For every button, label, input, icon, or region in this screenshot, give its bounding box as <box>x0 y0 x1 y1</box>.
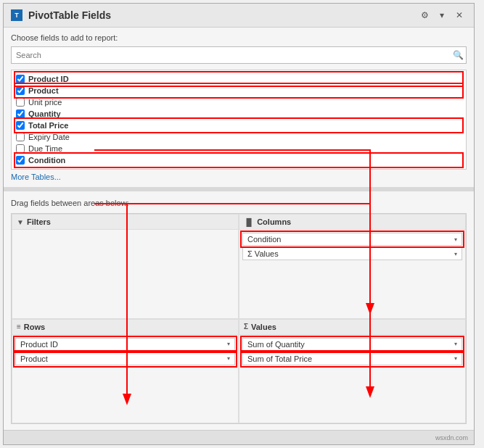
rows-item-0[interactable]: Product ID▾ <box>15 338 235 351</box>
field-checkbox-condition[interactable] <box>16 156 25 165</box>
field-label-condition: Condition <box>28 156 65 165</box>
values-item-label-0: Sum of Quantity <box>247 340 305 349</box>
rows-item-1[interactable]: Product▾ <box>15 352 235 365</box>
field-item-product[interactable]: Product <box>16 85 462 96</box>
filters-label: Filters <box>27 217 51 226</box>
field-item-unit_price[interactable]: Unit price <box>16 96 462 108</box>
values-label: Values <box>251 323 276 331</box>
field-item-quantity[interactable]: Quantity <box>16 108 462 120</box>
values-item-dropdown-1: ▾ <box>454 355 457 362</box>
title-bar: T PivotTable Fields ⚙ ▾ ✕ <box>4 4 474 28</box>
search-bar: 🔍 <box>11 46 467 64</box>
values-item-dropdown-0: ▾ <box>454 341 457 347</box>
rows-icon: ≡ <box>17 323 21 331</box>
columns-item-dropdown-0: ▾ <box>454 236 457 243</box>
columns-item-dropdown-1: ▾ <box>454 251 457 257</box>
field-item-product_id[interactable]: Product ID <box>16 73 462 85</box>
field-checkbox-expiry_date[interactable] <box>16 133 25 141</box>
field-checkbox-quantity[interactable] <box>16 109 25 118</box>
rows-item-label-1: Product <box>20 354 48 363</box>
areas-grid: ▼ Filters ▐▌ Columns Condition▾Σ Values▾ <box>11 213 467 424</box>
field-item-expiry_date[interactable]: Expiry Date <box>16 131 462 143</box>
field-label-expiry_date: Expiry Date <box>28 133 70 141</box>
values-icon: Σ <box>244 323 248 331</box>
rows-label: Rows <box>24 323 45 331</box>
columns-icon: ▐▌ <box>244 218 254 226</box>
divider <box>4 187 474 191</box>
search-icon: 🔍 <box>453 50 464 60</box>
settings-icon: ⚙ <box>421 10 429 20</box>
columns-item-label-0: Condition <box>247 235 281 244</box>
filters-items <box>12 230 238 318</box>
filters-area: ▼ Filters <box>12 214 239 319</box>
field-item-condition[interactable]: Condition <box>16 154 462 166</box>
field-label-product: Product <box>28 86 59 95</box>
field-checkbox-unit_price[interactable] <box>16 98 25 107</box>
rows-item-label-0: Product ID <box>20 340 58 349</box>
subtitle: Choose fields to add to report: <box>11 33 467 42</box>
columns-items: Condition▾Σ Values▾ <box>239 230 465 318</box>
field-label-quantity: Quantity <box>28 109 61 118</box>
rows-item-dropdown-1: ▾ <box>227 355 230 362</box>
values-item-label-1: Sum of Total Price <box>247 354 312 363</box>
more-tables-link[interactable]: More Tables... <box>11 170 467 183</box>
drag-label: Drag fields between areas below: <box>11 196 467 213</box>
close-button[interactable]: ✕ <box>452 8 467 22</box>
field-label-total_price: Total Price <box>28 121 68 130</box>
field-checkbox-product_id[interactable] <box>16 75 25 83</box>
field-checkbox-product[interactable] <box>16 86 25 95</box>
values-area: Σ Values Sum of Quantity▾Sum of Total Pr… <box>239 319 466 424</box>
watermark: wsxdn.com <box>435 434 468 441</box>
columns-item-label-1: Σ Values <box>247 249 279 258</box>
values-items: Sum of Quantity▾Sum of Total Price▾ <box>239 335 465 423</box>
field-checkbox-due_time[interactable] <box>16 144 25 153</box>
values-item-1[interactable]: Sum of Total Price▾ <box>242 352 462 365</box>
settings-button[interactable]: ⚙ <box>417 8 432 22</box>
field-item-total_price[interactable]: Total Price <box>16 120 462 131</box>
field-item-due_time[interactable]: Due Time <box>16 143 462 154</box>
field-label-unit_price: Unit price <box>28 98 62 107</box>
field-label-product_id: Product ID <box>28 75 69 83</box>
rows-items: Product ID▾Product▾ <box>12 335 238 423</box>
filters-icon: ▼ <box>17 218 24 226</box>
close-icon: ✕ <box>456 10 463 20</box>
fields-list: Product IDProductUnit priceQuantityTotal… <box>11 70 467 170</box>
field-checkbox-total_price[interactable] <box>16 121 25 130</box>
columns-item-1[interactable]: Σ Values▾ <box>242 247 462 260</box>
rows-item-dropdown-0: ▾ <box>227 341 230 347</box>
rows-area: ≡ Rows Product ID▾Product▾ <box>12 319 239 424</box>
window-icon: T <box>11 9 22 21</box>
columns-area: ▐▌ Columns Condition▾Σ Values▾ <box>239 214 466 319</box>
footer-bar: wsxdn.com <box>4 430 474 444</box>
dropdown-icon: ▾ <box>440 10 444 20</box>
field-label-due_time: Due Time <box>28 144 62 153</box>
dropdown-button[interactable]: ▾ <box>435 8 449 22</box>
values-item-0[interactable]: Sum of Quantity▾ <box>242 338 462 351</box>
search-input[interactable] <box>11 46 467 64</box>
columns-label: Columns <box>257 217 291 226</box>
window-title: PivotTable Fields <box>28 9 111 21</box>
columns-item-0[interactable]: Condition▾ <box>242 233 462 246</box>
